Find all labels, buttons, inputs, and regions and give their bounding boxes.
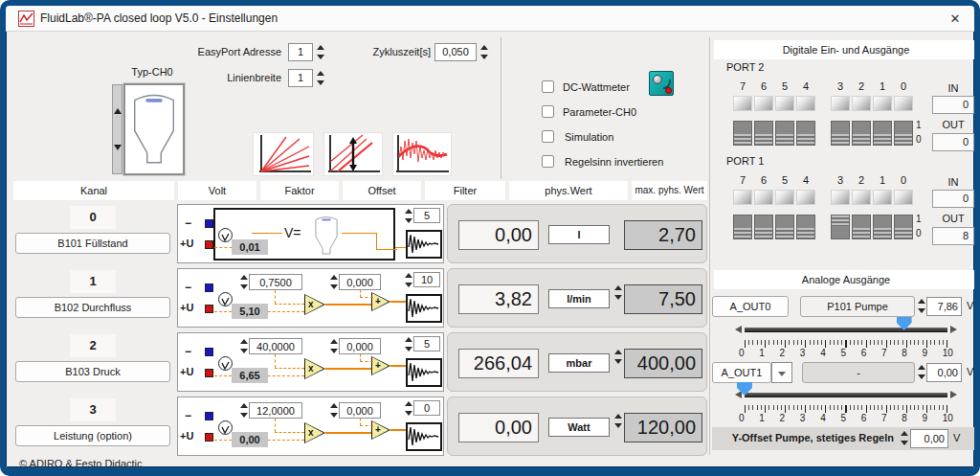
filter-spinner[interactable] bbox=[404, 401, 412, 416]
offset-spinner[interactable] bbox=[329, 275, 338, 289]
max-spinner[interactable] bbox=[613, 414, 622, 428]
max-spinner[interactable] bbox=[613, 350, 622, 364]
unit-button[interactable]: l bbox=[548, 225, 610, 244]
toggle-switch[interactable] bbox=[873, 215, 892, 239]
scale-tick-label: 1 bbox=[759, 413, 765, 423]
offset-spinner[interactable] bbox=[329, 403, 338, 418]
slider-track[interactable] bbox=[745, 393, 947, 397]
max-spinner[interactable] bbox=[613, 285, 622, 300]
aout1-value-input[interactable]: 0,00 bbox=[926, 363, 962, 382]
aout1-target-button[interactable]: - bbox=[802, 362, 915, 383]
toggle-switch[interactable] bbox=[733, 121, 752, 146]
toggle-switch[interactable] bbox=[775, 215, 794, 239]
max-value-input[interactable]: 2,70 bbox=[624, 220, 702, 250]
toggle-switch[interactable] bbox=[796, 215, 815, 239]
slider-left-arrow-icon[interactable] bbox=[735, 391, 742, 398]
minus-terminal-dot bbox=[205, 283, 213, 292]
unit-button[interactable]: l/min bbox=[548, 289, 610, 308]
offset-spinner[interactable] bbox=[329, 339, 338, 353]
slider-track[interactable] bbox=[745, 328, 947, 332]
toggle-switch[interactable] bbox=[873, 121, 892, 146]
aout0-slider[interactable] bbox=[735, 320, 957, 341]
toggle-switch[interactable] bbox=[831, 121, 850, 146]
y-offset-spinner[interactable] bbox=[900, 431, 908, 445]
y-offset-value-input[interactable]: 0,00 bbox=[910, 429, 948, 448]
offset-value-input[interactable]: 0,000 bbox=[339, 338, 381, 354]
toggle-switch[interactable] bbox=[894, 121, 913, 146]
toggle-switch[interactable] bbox=[733, 215, 752, 239]
aout1-channel-dropdown[interactable]: A_OUT1 bbox=[712, 362, 771, 383]
easyport-input[interactable]: 1 bbox=[288, 43, 313, 61]
faktor-value-input[interactable]: 40,0000 bbox=[249, 338, 302, 354]
filter-chart-thumbnail bbox=[392, 132, 452, 176]
aout1-dropdown-button[interactable] bbox=[771, 362, 792, 383]
aout1-slider[interactable] bbox=[735, 385, 957, 406]
faktor-value-input[interactable]: 12,0000 bbox=[249, 402, 302, 419]
toggle-switch[interactable] bbox=[831, 215, 850, 239]
channel-name-button[interactable]: B101 Füllstand bbox=[15, 233, 170, 254]
channel1-diagram: − +U 5,10 0,7500 x 0,000 + 10 bbox=[177, 268, 444, 328]
max-value-input[interactable]: 7,50 bbox=[624, 284, 702, 314]
slider-handle[interactable] bbox=[897, 317, 912, 330]
toggle-switch[interactable] bbox=[796, 121, 815, 146]
bit-label: 0 bbox=[894, 80, 913, 92]
plus-terminal-label: +U bbox=[180, 238, 193, 249]
easyport-spinner[interactable] bbox=[316, 45, 324, 59]
scroll-up-icon[interactable] bbox=[114, 108, 122, 114]
port2-in-label: IN bbox=[934, 82, 972, 94]
filter-spinner[interactable] bbox=[404, 273, 412, 287]
led-indicator bbox=[852, 190, 871, 205]
faktor-value-input[interactable]: 0,7500 bbox=[249, 274, 302, 290]
filter-value-input[interactable]: 10 bbox=[413, 272, 440, 287]
toggle-switch[interactable] bbox=[894, 215, 913, 239]
aout0-value-input[interactable]: 7,86 bbox=[926, 297, 962, 316]
unit-button[interactable]: Watt bbox=[548, 418, 610, 437]
max-value-input[interactable]: 400,00 bbox=[624, 349, 702, 378]
slider-right-arrow-icon[interactable] bbox=[950, 391, 957, 398]
filter-value-input[interactable]: 5 bbox=[413, 208, 440, 223]
toggle-switch[interactable] bbox=[852, 215, 871, 239]
simulation-checkbox[interactable] bbox=[542, 130, 554, 143]
parameter-ch0-checkbox[interactable] bbox=[542, 105, 554, 118]
zykluszeit-spinner[interactable] bbox=[479, 45, 488, 59]
port2-out-label: OUT bbox=[934, 119, 972, 130]
faktor-spinner[interactable] bbox=[239, 339, 248, 353]
aout0-target-button[interactable]: P101 Pumpe bbox=[800, 296, 915, 317]
toggle-switch[interactable] bbox=[852, 121, 871, 146]
wire-segment bbox=[360, 425, 373, 426]
toggle-one-label: 1 bbox=[916, 120, 922, 130]
typ-ch0-scrollbar[interactable] bbox=[112, 84, 122, 174]
filter-spinner[interactable] bbox=[404, 337, 412, 351]
led-indicator bbox=[733, 96, 752, 111]
slider-right-arrow-icon[interactable] bbox=[950, 326, 957, 333]
port1-out-value: 8 bbox=[932, 227, 974, 245]
regelsinn-checkbox[interactable] bbox=[542, 155, 554, 168]
close-icon[interactable]: ✕ bbox=[946, 10, 965, 29]
linienbreite-spinner[interactable] bbox=[316, 71, 324, 85]
zykluszeit-input[interactable]: 0,050 bbox=[434, 43, 477, 61]
aout0-spinner[interactable] bbox=[917, 299, 925, 313]
channel-name-button[interactable]: B102 Durchfluss bbox=[15, 297, 170, 318]
channel-name-button[interactable]: Leistung (option) bbox=[15, 425, 170, 446]
offset-value-input[interactable]: 0,000 bbox=[339, 402, 381, 419]
dc-wattmeter-checkbox[interactable] bbox=[542, 80, 554, 93]
toggle-switch[interactable] bbox=[775, 121, 794, 146]
scroll-down-icon[interactable] bbox=[114, 145, 122, 150]
toggle-switch[interactable] bbox=[754, 215, 773, 239]
aout0-channel-button[interactable]: A_OUT0 bbox=[712, 296, 789, 317]
port2-toggle-row bbox=[733, 121, 913, 146]
filter-spinner[interactable] bbox=[404, 209, 412, 223]
slider-left-arrow-icon[interactable] bbox=[735, 326, 742, 333]
linienbreite-input[interactable]: 1 bbox=[288, 69, 313, 87]
raw-volt-value: 5,10 bbox=[232, 304, 268, 319]
filter-value-input[interactable]: 0 bbox=[413, 400, 440, 416]
max-value-input[interactable]: 120,00 bbox=[624, 413, 702, 442]
aout1-spinner[interactable] bbox=[917, 365, 925, 379]
faktor-spinner[interactable] bbox=[239, 275, 248, 289]
toggle-switch[interactable] bbox=[754, 121, 773, 146]
offset-value-input[interactable]: 0,000 bbox=[339, 274, 381, 290]
filter-value-input[interactable]: 5 bbox=[413, 336, 440, 351]
faktor-spinner[interactable] bbox=[239, 403, 248, 418]
unit-button[interactable]: mbar bbox=[548, 353, 610, 373]
channel-name-button[interactable]: B103 Druck bbox=[15, 361, 170, 382]
